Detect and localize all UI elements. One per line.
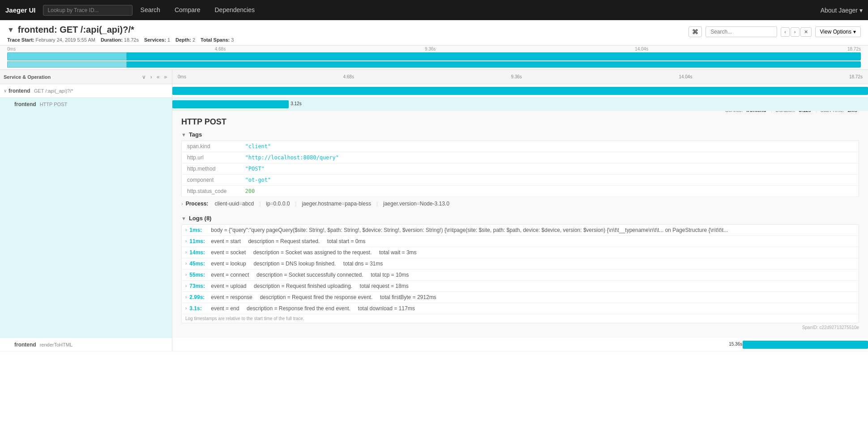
- detail-gutter: [0, 111, 172, 338]
- detail-duration-label: Duration:: [776, 111, 796, 113]
- log-time: 3.1s:: [189, 305, 211, 312]
- service-operation-header: Service & Operation ∨ › « »: [0, 70, 172, 84]
- log-time: 2.99s:: [189, 294, 211, 300]
- nav-dependencies[interactable]: Dependencies: [209, 0, 261, 20]
- detail-start-label: Start Time:: [821, 111, 844, 113]
- expand-right-button[interactable]: »: [162, 73, 168, 81]
- log-timestamp-note: Log timestamps are relative to the start…: [182, 314, 859, 323]
- list-item[interactable]: › 45ms: event = lookup description = DNS…: [182, 258, 859, 270]
- table-row[interactable]: frontend HTTP POST 3.12s: [0, 98, 868, 111]
- view-options-button[interactable]: View Options ▾: [815, 26, 861, 37]
- span-bar-2: [172, 100, 289, 108]
- detail-service-value: frontend: [746, 111, 766, 113]
- trace-depth: Depth: 2: [175, 37, 195, 43]
- process-kv-3: jaeger.hostname=papa-bless: [302, 201, 371, 207]
- minimap-tick-4: 18.72s: [847, 47, 861, 51]
- list-item[interactable]: › 1ms: body = {"query":"query pageQuery(…: [182, 225, 859, 236]
- expand-one-button[interactable]: ›: [149, 73, 154, 81]
- tick-936s: 9.36s: [511, 74, 522, 79]
- tags-label: Tags: [189, 131, 202, 138]
- view-options-chevron-icon: ▾: [853, 29, 856, 35]
- log-time: 45ms:: [189, 261, 211, 267]
- process-divider-3: |: [376, 201, 378, 207]
- process-kv-1: client-uuid=abcd: [214, 201, 254, 207]
- process-kv-2: ip=0.0.0.0: [266, 201, 290, 207]
- span-operation-name-2: HTTP POST: [40, 102, 68, 107]
- collapse-left-button[interactable]: «: [155, 73, 161, 81]
- list-item: http.status_code 200: [182, 186, 859, 197]
- brand-logo[interactable]: Jaeger UI: [5, 6, 36, 14]
- process-label: Process:: [186, 201, 209, 207]
- list-item[interactable]: › 2.99s: event = response description = …: [182, 292, 859, 303]
- trace-collapse-chevron[interactable]: ▼: [7, 26, 14, 34]
- span-label-frontend-get[interactable]: ∨ frontend GET /:api(_api)?/*: [0, 84, 172, 97]
- keyboard-shortcut-button[interactable]: ⌘: [688, 26, 702, 37]
- list-item[interactable]: › 14ms: event = socket description = Soc…: [182, 247, 859, 258]
- span-duration-label: 3.12s: [291, 101, 301, 106]
- detail-duration-value: 3.12s: [799, 111, 811, 113]
- list-item[interactable]: › 55ms: event = connect description = So…: [182, 270, 859, 281]
- trace-services: Services: 1: [144, 37, 170, 43]
- list-item: http.url "http://localhost:8080/query": [182, 152, 859, 163]
- span-label-http-post[interactable]: frontend HTTP POST: [0, 98, 172, 111]
- minimap-tick-3: 14.04s: [635, 47, 648, 51]
- log-time: 1ms:: [189, 227, 211, 233]
- tags-section-header[interactable]: ▼ Tags: [181, 131, 859, 138]
- table-row[interactable]: ∨ frontend GET /:api(_api)?/*: [0, 84, 868, 98]
- log-expand-icon: ›: [185, 239, 187, 244]
- spans-area: ∨ frontend GET /:api(_api)?/* frontend H…: [0, 84, 868, 351]
- log-content: event = lookup description = DNS lookup …: [211, 261, 855, 267]
- about-label: About Jaeger: [821, 7, 858, 14]
- detail-panel: HTTP POST Service: frontend | Duration: …: [0, 111, 868, 338]
- list-item: http.method "POST": [182, 163, 859, 175]
- minimap-selection-handle[interactable]: [7, 52, 127, 60]
- logs-section: ▼ Logs (8) › 1ms: body = {"query":"query…: [181, 215, 859, 332]
- process-divider-1: |: [259, 201, 261, 207]
- minimap-bottom-selection: [7, 61, 127, 68]
- trace-header: ▼ frontend: GET /:api(_api)?/* ⌘ ‹ › ✕ V…: [0, 20, 868, 46]
- tick-468s: 4.68s: [343, 74, 354, 79]
- navbar: Jaeger UI Search Compare Dependencies Ab…: [0, 0, 868, 20]
- list-item[interactable]: › 3.1s: event = end description = Respon…: [182, 303, 859, 314]
- log-expand-icon: ›: [185, 250, 187, 255]
- trace-id-input[interactable]: [43, 5, 133, 16]
- list-item: span.kind "client": [182, 141, 859, 152]
- trace-title-text: frontend: GET /:api(_api)?/*: [18, 25, 134, 35]
- process-section[interactable]: › Process: client-uuid=abcd | ip=0.0.0.0…: [181, 197, 859, 210]
- nav-search[interactable]: Search: [134, 0, 167, 20]
- trace-search-input[interactable]: [706, 26, 777, 37]
- tag-value-status: 200: [240, 186, 859, 197]
- log-content: event = response description = Request f…: [211, 294, 855, 300]
- span-collapse-icon[interactable]: ∨: [4, 88, 7, 93]
- tag-value: "http://localhost:8080/query": [240, 152, 859, 163]
- table-row[interactable]: frontend renderToHTML 15.36s: [0, 338, 868, 351]
- detail-service-label: Service:: [725, 111, 743, 113]
- log-expand-icon: ›: [185, 261, 187, 266]
- process-chevron-icon: ›: [181, 201, 183, 206]
- log-expand-icon: ›: [185, 306, 187, 311]
- process-divider-2: |: [295, 201, 296, 207]
- log-content: event = upload description = Request fin…: [211, 283, 855, 289]
- log-time: 73ms:: [189, 283, 211, 289]
- collapse-all-button[interactable]: ∨: [141, 73, 147, 81]
- prev-result-button[interactable]: ‹: [781, 27, 790, 37]
- next-result-button[interactable]: ›: [791, 27, 800, 37]
- minimap-tick-1: 4.68s: [215, 47, 226, 51]
- tick-1404s: 14.04s: [679, 74, 692, 79]
- logs-section-header[interactable]: ▼ Logs (8): [181, 215, 859, 222]
- about-jaeger[interactable]: About Jaeger ▾: [821, 7, 863, 14]
- trace-start-label: Trace Start: February 24, 2019 5:55 AM: [7, 37, 95, 43]
- chevron-down-icon: ▾: [859, 7, 863, 14]
- log-time: 11ms:: [189, 238, 211, 244]
- nav-compare[interactable]: Compare: [168, 0, 207, 20]
- minimap-ruler: 0ms 4.68s 9.36s 14.04s 18.72s: [7, 46, 861, 52]
- minimap-bar-top[interactable]: [7, 52, 861, 60]
- log-expand-icon: ›: [185, 272, 187, 277]
- list-item[interactable]: › 73ms: event = upload description = Req…: [182, 281, 859, 292]
- trace-meta: Trace Start: February 24, 2019 5:55 AM D…: [7, 37, 861, 43]
- service-op-label: Service & Operation: [4, 74, 51, 80]
- clear-search-button[interactable]: ✕: [800, 27, 812, 37]
- span-label-rendertohtml[interactable]: frontend renderToHTML: [0, 338, 172, 351]
- list-item[interactable]: › 11ms: event = start description = Requ…: [182, 236, 859, 247]
- minimap-tick-2: 9.36s: [425, 47, 436, 51]
